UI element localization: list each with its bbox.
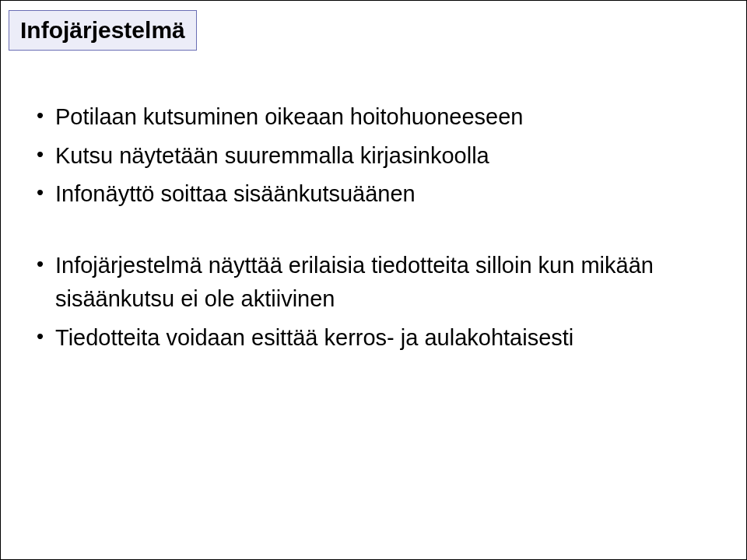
- slide-title: Infojärjestelmä: [9, 10, 197, 51]
- list-item: Infonäyttö soittaa sisäänkutsuäänen: [32, 177, 715, 212]
- slide: Infojärjestelmä Potilaan kutsuminen oike…: [0, 0, 747, 560]
- spacer: [32, 216, 715, 249]
- bullet-list-1: Potilaan kutsuminen oikeaan hoitohuonees…: [32, 100, 715, 212]
- list-item: Potilaan kutsuminen oikeaan hoitohuonees…: [32, 100, 715, 135]
- bullet-list-2: Infojärjestelmä näyttää erilaisia tiedot…: [32, 249, 715, 355]
- list-item: Infojärjestelmä näyttää erilaisia tiedot…: [32, 249, 715, 317]
- list-item: Kutsu näytetään suuremmalla kirjasinkool…: [32, 139, 715, 173]
- list-item: Tiedotteita voidaan esittää kerros- ja a…: [32, 321, 715, 355]
- slide-content: Potilaan kutsuminen oikeaan hoitohuonees…: [32, 100, 715, 359]
